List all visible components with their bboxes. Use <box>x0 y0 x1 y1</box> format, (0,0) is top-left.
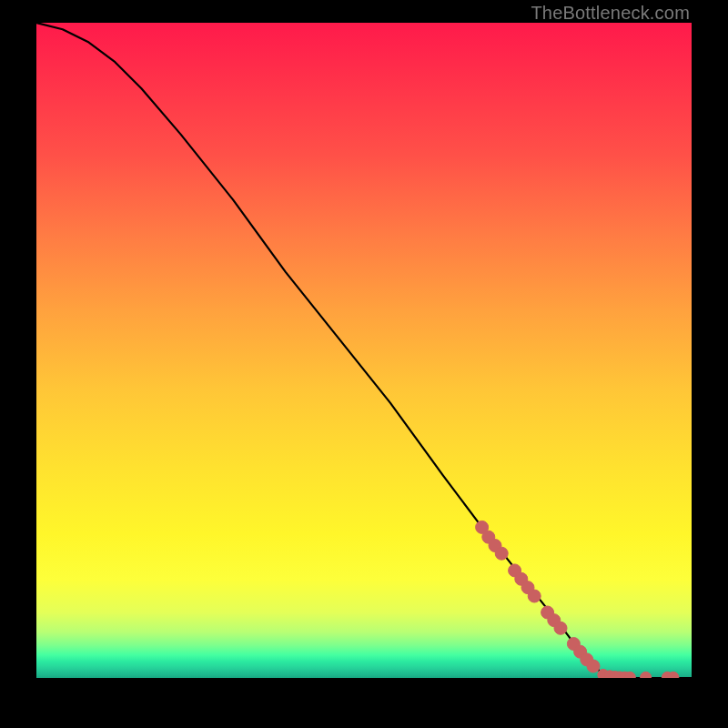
watermark-label: TheBottleneck.com <box>531 3 690 24</box>
curve-layer <box>36 23 692 678</box>
highlight-dot <box>587 660 600 672</box>
highlight-dot <box>528 590 541 602</box>
highlight-dot <box>554 622 567 634</box>
plot-area <box>36 23 692 678</box>
highlight-dot <box>641 672 652 678</box>
highlight-dots-layer <box>476 521 679 678</box>
chart-stage: TheBottleneck.com <box>0 0 728 728</box>
highlight-dot <box>495 547 508 560</box>
bottleneck-curve <box>36 23 692 678</box>
